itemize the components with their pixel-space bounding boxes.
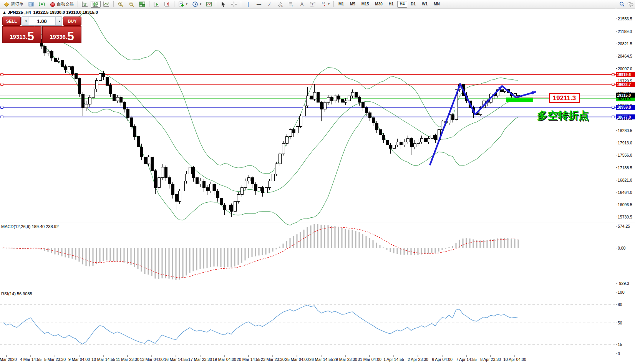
sell-price-main: 19313.	[10, 32, 27, 42]
sell-button[interactable]: SELL	[2, 17, 21, 26]
trendline-tool[interactable]: ∕	[265, 1, 275, 8]
text-label-icon: T	[310, 1, 316, 7]
axes: 21556.521189.020821.520464.520097.019729…	[0, 17, 632, 362]
timeframe-m1[interactable]: M1	[336, 1, 347, 8]
zigzag-arrows[interactable]	[430, 84, 536, 165]
tile-windows-button[interactable]	[137, 1, 147, 8]
chart-title: JPN225-,H419322.5 19330.0 19310.0 19315.…	[8, 10, 98, 15]
arrows-tool[interactable]: ▾	[318, 1, 332, 8]
timeframe-m30[interactable]: M30	[372, 1, 385, 8]
line-handle[interactable]	[1, 83, 3, 86]
search-icon[interactable]	[619, 1, 625, 7]
price-tick: 20821.5	[618, 41, 632, 46]
vertical-line-tool[interactable]: |	[243, 1, 253, 8]
crosshair-icon	[231, 1, 237, 7]
lot-increase-button[interactable]: ▲	[55, 17, 62, 25]
chart-annotations[interactable]: 19211.3多空转折点多空转折点	[430, 84, 590, 165]
channel-icon: E	[277, 1, 284, 7]
auto-scroll-button[interactable]	[151, 1, 161, 8]
line-handle[interactable]	[1, 106, 3, 108]
fibonacci-icon: F	[288, 1, 294, 7]
line-handle[interactable]	[1, 116, 3, 118]
price-tick: 16464.0	[618, 190, 632, 195]
sell-price-pip: 5	[27, 30, 34, 42]
auto-trading-button[interactable]: 自动交易	[48, 1, 76, 8]
templates-button[interactable]	[204, 1, 214, 8]
timeframe-w1[interactable]: W1	[419, 1, 430, 8]
rsi-tick: 100	[618, 290, 625, 295]
text-tool[interactable]: A	[297, 1, 307, 8]
zoom-in-icon	[118, 1, 124, 7]
price-tick: 21189.0	[618, 29, 632, 34]
chat-icon[interactable]	[627, 1, 633, 7]
rsi-tick: 50	[618, 321, 622, 325]
price-callout-text: 19211.3	[553, 94, 576, 102]
line-handle[interactable]	[612, 116, 614, 118]
crosshair-tool-button[interactable]	[229, 1, 239, 8]
zoom-out-button[interactable]	[126, 1, 136, 8]
tile-windows-icon	[139, 1, 145, 7]
horizontal-line-tool[interactable]: —	[254, 1, 264, 8]
rsi-indicator	[0, 304, 616, 344]
fibonacci-tool[interactable]: F	[286, 1, 296, 8]
lot-size-input[interactable]	[28, 17, 55, 25]
time-axis-label: 20 Mar 14:55	[237, 357, 260, 362]
buy-button[interactable]: BUY	[63, 17, 81, 26]
price-tick: 18280.5	[618, 128, 632, 133]
new-order-button[interactable]: 新订单	[2, 1, 25, 8]
candlestick-icon	[93, 1, 99, 7]
line-handle[interactable]	[612, 83, 614, 86]
new-order-label: 新订单	[11, 1, 23, 7]
timeframe-m15[interactable]: M15	[359, 1, 371, 8]
buy-price-pip: 5	[67, 30, 74, 42]
rsi-tick: 0	[618, 351, 620, 356]
price-tick: 16821.0	[618, 178, 632, 182]
line-price-chip-text: 18677.0	[617, 115, 631, 119]
line-handle[interactable]	[1, 73, 3, 76]
svg-text:E: E	[281, 5, 283, 7]
rsi-tick: 15	[618, 342, 622, 347]
channel-tool[interactable]: E	[275, 1, 285, 8]
sell-price-display[interactable]: 19313. 5	[2, 26, 41, 43]
line-handle[interactable]	[612, 106, 614, 108]
signals-button[interactable]	[37, 1, 47, 8]
timeframe-h4[interactable]: H4	[397, 1, 408, 8]
time-axis-label: 31 Mar 04:00	[358, 357, 381, 362]
clock-icon	[192, 1, 198, 7]
chart-area[interactable]: 19211.3多空转折点多空转折点 21556.521189.020821.52…	[0, 8, 635, 364]
chart-collapse-arrow[interactable]: ▲	[2, 10, 7, 15]
note-text[interactable]: 多空转折点	[537, 110, 589, 121]
text-label-tool[interactable]: T	[308, 1, 318, 8]
zoom-in-button[interactable]	[116, 1, 126, 8]
auto-scroll-icon	[153, 1, 159, 7]
add-indicator-icon	[178, 1, 184, 7]
time-axis-label: 4 Mar 14:55	[20, 357, 41, 362]
timeframe-d1[interactable]: D1	[408, 1, 418, 8]
buy-price-display[interactable]: 19336. 5	[42, 26, 81, 43]
bar-chart-icon	[82, 1, 88, 7]
cursor-tool-button[interactable]	[218, 1, 228, 8]
new-order-icon	[3, 1, 10, 7]
bar-chart-mode-button[interactable]	[80, 1, 90, 8]
price-tick: 20464.5	[618, 54, 632, 58]
time-axis-label: 7 Apr 14:55	[456, 357, 477, 362]
main-toolbar: 新订单 自动交易	[0, 0, 635, 8]
chart-shift-button[interactable]	[162, 1, 172, 8]
line-handle[interactable]	[612, 73, 614, 76]
cursor-icon	[220, 1, 226, 7]
charts-window-button[interactable]	[26, 1, 36, 8]
zoom-out-icon	[128, 1, 134, 7]
support-zone-box[interactable]	[506, 98, 533, 102]
line-chart-mode-button[interactable]	[101, 1, 111, 8]
timeframe-mn[interactable]: MN	[431, 1, 443, 8]
periods-button[interactable]: ▾	[190, 1, 203, 8]
candlestick-mode-button[interactable]	[91, 1, 101, 8]
lot-decrease-button[interactable]: ▼	[22, 17, 28, 25]
timeframe-m5[interactable]: M5	[347, 1, 358, 8]
svg-text:T: T	[312, 3, 313, 6]
time-axis-label: 29 Mar 23:30	[333, 357, 357, 362]
time-axis-label: 5 Mar 23:30	[44, 357, 66, 362]
trendline-icon: ∕	[267, 2, 273, 7]
add-indicator-button[interactable]: ▾	[176, 1, 189, 8]
timeframe-h1[interactable]: H1	[386, 1, 396, 8]
